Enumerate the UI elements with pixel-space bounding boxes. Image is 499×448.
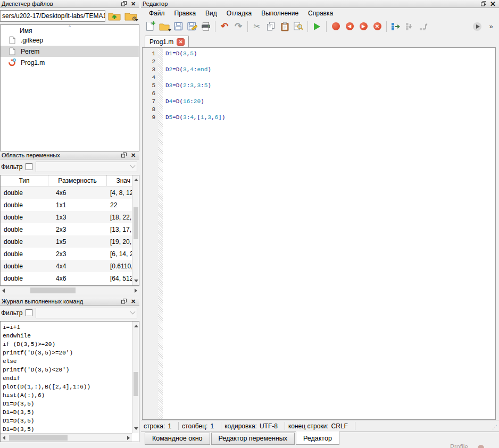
close-icon[interactable]: ✕ bbox=[129, 152, 138, 159]
tab-close-icon[interactable]: ✕ bbox=[177, 38, 185, 46]
code-line[interactable] bbox=[165, 90, 495, 98]
history-command[interactable]: D1=D(3,5) bbox=[1, 408, 132, 417]
close-icon[interactable]: ✕ bbox=[488, 1, 497, 7]
step-out-icon[interactable] bbox=[417, 20, 430, 33]
filter-checkbox[interactable] bbox=[26, 309, 32, 316]
filter-combobox[interactable] bbox=[36, 162, 137, 172]
continue-icon[interactable] bbox=[470, 20, 484, 33]
open-file-icon[interactable] bbox=[157, 20, 171, 33]
history-vertical-scrollbar[interactable] bbox=[132, 322, 139, 433]
history-command[interactable]: printf('D(3,5)<20') bbox=[1, 366, 132, 374]
variable-row[interactable]: double2x3[13, 17, 2 bbox=[1, 223, 132, 235]
file-row[interactable]: Prog1.m bbox=[1, 57, 139, 68]
file-list-header[interactable]: ⌃ Имя bbox=[1, 25, 139, 35]
history-command[interactable]: plot(D(1,:),B([2,4],1:6)) bbox=[1, 383, 132, 391]
resize-grip[interactable]: ⋰ bbox=[492, 424, 497, 430]
menu-item[interactable]: Отладка bbox=[222, 9, 256, 18]
history-horizontal-scrollbar[interactable] bbox=[1, 433, 132, 442]
code-line[interactable]: D1=D(3,5) bbox=[165, 50, 495, 58]
save-as-icon[interactable] bbox=[185, 20, 199, 33]
history-command[interactable]: if (D(3,5)>=20) bbox=[1, 340, 132, 349]
file-row[interactable]: .gitkeep bbox=[1, 35, 139, 46]
menu-item[interactable]: Справка bbox=[303, 9, 338, 18]
code-text[interactable]: D1=D(3,5) D2=D(3,4:end) D3=D(2:3,3:5) D4… bbox=[163, 48, 495, 419]
new-script-icon[interactable] bbox=[144, 20, 157, 33]
variable-row[interactable]: double1x122 bbox=[1, 199, 132, 211]
close-icon[interactable]: ✕ bbox=[129, 298, 138, 305]
variables-horizontal-scrollbar[interactable] bbox=[0, 286, 139, 294]
clear-breakpoints-icon[interactable]: ✕ bbox=[370, 20, 384, 33]
undock-icon[interactable] bbox=[479, 1, 488, 7]
history-command[interactable]: printf('D(3,5)>=20') bbox=[1, 349, 132, 357]
dock-tab[interactable]: Редактор переменных bbox=[211, 433, 295, 445]
toolbar-separator bbox=[215, 21, 215, 32]
code-line[interactable] bbox=[165, 106, 495, 114]
profiler-icon[interactable] bbox=[478, 445, 484, 448]
code-line[interactable]: D5=D(3:4,[1,3,6]) bbox=[165, 114, 495, 122]
variable-row[interactable]: double1x3[18, 22, 2 bbox=[1, 211, 132, 223]
save-icon[interactable] bbox=[171, 20, 185, 33]
print-icon[interactable] bbox=[199, 20, 213, 33]
column-type[interactable]: Тип bbox=[1, 175, 48, 186]
variable-row[interactable]: double4x4[0.6110, bbox=[1, 260, 132, 272]
column-value[interactable]: Знач bbox=[107, 175, 132, 186]
folder-actions-icon[interactable]: ⚙ bbox=[123, 9, 138, 23]
breakpoint-margin[interactable] bbox=[158, 48, 163, 419]
code-editor[interactable]: 123456789 D1=D(3,5) D2=D(3,4:end) D3=D(2… bbox=[142, 47, 496, 420]
code-line[interactable]: D4=D(16:20) bbox=[165, 98, 495, 106]
status-label: конец строки: bbox=[288, 422, 329, 430]
menu-item[interactable]: Правка bbox=[170, 9, 201, 18]
filter-checkbox[interactable] bbox=[26, 163, 32, 170]
history-command[interactable]: D1=D(3,5) bbox=[1, 417, 132, 425]
column-dimension[interactable]: Размерность bbox=[48, 175, 107, 186]
variable-row[interactable]: double1x5[19, 20, 2 bbox=[1, 235, 132, 248]
prev-breakpoint-icon[interactable]: ◀ bbox=[343, 20, 356, 33]
filter-combobox[interactable] bbox=[36, 308, 137, 318]
history-command[interactable]: D1=D(3,5) bbox=[1, 400, 132, 408]
history-command[interactable]: endwhile bbox=[1, 332, 132, 340]
code-line[interactable]: D2=D(3,4:end) bbox=[165, 66, 495, 74]
history-command[interactable]: hist(A(:),6) bbox=[1, 391, 132, 400]
variable-row[interactable]: double4x6[4, 8, 12, bbox=[1, 187, 132, 199]
code-line[interactable] bbox=[165, 74, 495, 82]
folder-up-icon[interactable] bbox=[107, 9, 122, 23]
undock-icon[interactable] bbox=[120, 1, 129, 7]
code-line[interactable] bbox=[165, 58, 495, 66]
undock-icon[interactable] bbox=[120, 298, 129, 305]
history-command[interactable]: D1=D(3,5) bbox=[1, 425, 132, 434]
step-in-icon[interactable] bbox=[403, 20, 417, 33]
tab-prog1[interactable]: Prog1.m ✕ bbox=[145, 36, 189, 47]
find-replace-icon[interactable] bbox=[292, 20, 305, 33]
file-manager-titlebar: Диспетчер файлов ✕ bbox=[0, 0, 139, 8]
history-command[interactable]: endif bbox=[1, 374, 132, 383]
next-breakpoint-icon[interactable]: ▶ bbox=[356, 20, 370, 33]
cut-icon[interactable]: ✂ bbox=[250, 20, 264, 33]
history-command[interactable]: i=i+1 bbox=[1, 323, 132, 332]
undock-icon[interactable] bbox=[120, 152, 129, 159]
toggle-breakpoint-icon[interactable] bbox=[329, 20, 343, 33]
dock-tab[interactable]: Командное окно bbox=[145, 433, 210, 445]
variable-row[interactable]: double4x6[64, 512, bbox=[1, 272, 132, 284]
undo-icon[interactable]: ↶ bbox=[218, 20, 231, 33]
step-icon[interactable] bbox=[389, 20, 403, 33]
dock-tab[interactable]: Редактор bbox=[296, 432, 339, 445]
variables-table-header[interactable]: Тип Размерность Знач bbox=[1, 175, 132, 187]
path-text: sers/u202-17/Desktop/it-labs/TEMA1 bbox=[1, 12, 105, 20]
variable-row[interactable]: double2x3[6, 14, 26 bbox=[1, 248, 132, 260]
run-icon[interactable] bbox=[310, 20, 324, 33]
variables-vertical-scrollbar[interactable] bbox=[132, 175, 139, 285]
paste-icon[interactable] bbox=[278, 20, 292, 33]
copy-icon[interactable] bbox=[264, 20, 278, 33]
menu-item[interactable]: Вид bbox=[201, 9, 222, 18]
profile-label[interactable]: Profile bbox=[450, 443, 468, 448]
menu-item[interactable]: Выполнение bbox=[256, 9, 303, 18]
file-row[interactable]: Perem bbox=[1, 46, 139, 57]
redo-icon[interactable]: ↷ bbox=[231, 20, 245, 33]
code-line[interactable]: D3=D(2:3,3:5) bbox=[165, 82, 495, 90]
editor-tabbar: Prog1.m ✕ bbox=[141, 34, 499, 47]
close-icon[interactable]: ✕ bbox=[129, 1, 138, 7]
path-combobox[interactable]: sers/u202-17/Desktop/it-labs/TEMA1 bbox=[0, 10, 105, 22]
overflow-icon[interactable]: » bbox=[484, 20, 498, 33]
menu-item[interactable]: Файл bbox=[144, 9, 170, 18]
history-command[interactable]: else bbox=[1, 357, 132, 366]
